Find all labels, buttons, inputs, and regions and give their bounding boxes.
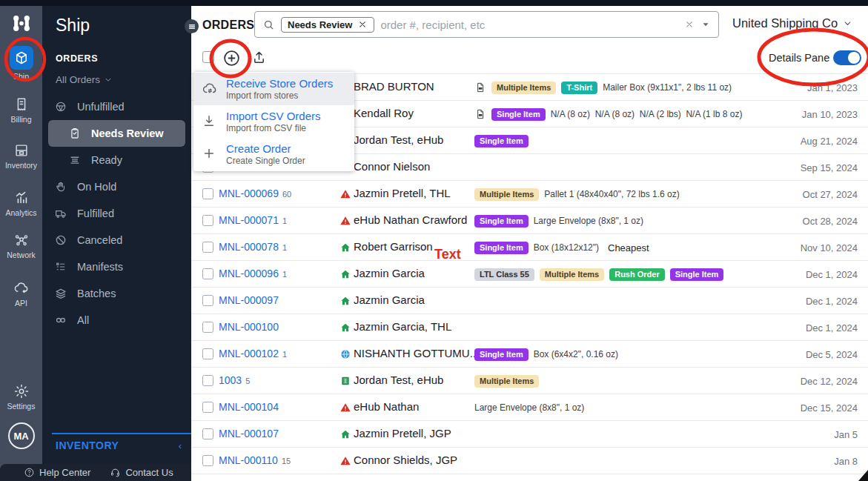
menu-item-import-csv-orders[interactable]: Import CSV OrdersImport from CSV file	[193, 105, 354, 138]
order-link[interactable]: MNL-000102	[219, 348, 279, 359]
orders-section-label: ORDERS	[56, 53, 98, 64]
sidebar-item-canceled[interactable]: Canceled	[42, 227, 191, 253]
menu-item-receive-store-orders[interactable]: Receive Store OrdersImport from stores	[193, 73, 354, 105]
sidebar-item-inventory[interactable]: INVENTORY	[56, 439, 119, 451]
sidebar-item-on-hold[interactable]: On Hold	[42, 173, 191, 200]
row-checkbox[interactable]	[202, 268, 213, 279]
table-row[interactable]: MNL-0000961 Jazmin Garcia LTL Class 55Mu…	[191, 261, 868, 288]
account-switcher[interactable]: United Shipping Co	[732, 16, 852, 30]
sidebar-item-label: Batches	[77, 288, 116, 299]
cloud-sync-icon	[202, 81, 218, 97]
order-link[interactable]: MNL-000110	[219, 454, 278, 466]
table-row[interactable]: MNL-000104 eHub Nathan Large Envelope (8…	[191, 394, 868, 421]
item-count: 5	[245, 376, 250, 385]
details-pane-label: Details Pane	[769, 52, 829, 64]
inventory-collapse-icon[interactable]: ‹	[179, 440, 182, 451]
table-row[interactable]: MNL-00006960 Jazmin Pretell, THL Multipl…	[191, 181, 868, 208]
recipient-name: Jazmin Garcia	[354, 293, 425, 306]
row-checkbox[interactable]	[202, 428, 213, 439]
question-icon	[24, 467, 35, 478]
rail-item-settings[interactable]: Settings	[0, 383, 42, 411]
table-row[interactable]: MNL-0000711 eHub Nathan Crawford Single …	[191, 208, 868, 234]
row-checkbox[interactable]	[202, 322, 213, 333]
select-all-checkbox[interactable]	[202, 51, 214, 63]
order-link[interactable]: MNL-000078	[219, 241, 279, 253]
rail-item-label: API	[0, 299, 42, 308]
rail-item-inventory[interactable]: Inventory	[0, 142, 42, 170]
table-row[interactable]: MNL-000107 Jazmin Pretell, JGP Jan 5	[191, 421, 868, 448]
sidebar-item-batches[interactable]: Batches	[42, 280, 191, 307]
order-link[interactable]: 1003	[219, 374, 242, 386]
order-link[interactable]: MNL-000096	[219, 268, 279, 279]
search-filter-chip[interactable]: Needs Review	[281, 17, 374, 33]
row-checkbox[interactable]	[202, 215, 213, 226]
order-link[interactable]: MNL-000097	[219, 294, 279, 306]
left-rail: ShipBillingInventoryAnalyticsNetworkAPIS…	[0, 6, 42, 481]
order-link[interactable]: MNL-000100	[219, 321, 279, 333]
avatar[interactable]: MA	[8, 422, 35, 449]
item-count: 1	[282, 350, 287, 359]
badge-multiple-items: Multiple Items	[491, 82, 556, 94]
order-link[interactable]: MNL-000104	[219, 401, 279, 413]
app-title: Ship	[56, 16, 90, 36]
account-name: United Shipping Co	[732, 16, 838, 30]
search-caret-down-icon[interactable]	[700, 19, 711, 30]
all-orders-filter[interactable]: All Orders	[56, 74, 113, 85]
table-row[interactable]	[191, 474, 868, 481]
table-row[interactable]: MNL-0000781 Robert Garrison Single ItemB…	[191, 234, 868, 261]
order-link[interactable]: MNL-000107	[219, 428, 279, 439]
row-checkbox[interactable]	[202, 348, 213, 359]
export-button[interactable]	[251, 50, 267, 65]
settings-icon	[0, 383, 42, 399]
order-link[interactable]: MNL-000071	[219, 214, 279, 226]
row-checkbox[interactable]	[202, 295, 213, 306]
search-input[interactable]	[380, 19, 678, 31]
row-checkbox[interactable]	[202, 402, 213, 413]
sidebar-item-label: Manifests	[77, 261, 123, 273]
hamburger-icon	[188, 22, 196, 31]
table-row[interactable]: MNL-000100 Jazmin Garcia, THL Dec 1, 202…	[191, 314, 868, 341]
sidebar-item-all[interactable]: All	[42, 307, 191, 334]
sidebar-item-unfulfilled[interactable]: Unfulfilled	[42, 93, 191, 120]
row-checkbox[interactable]	[202, 242, 213, 253]
search-box[interactable]: Needs Review	[254, 11, 719, 38]
contact-us-link[interactable]: Contact Us	[110, 467, 173, 478]
table-row[interactable]: MNL-000097 Jazmin Garcia Dec 1, 2024	[191, 288, 868, 314]
sidebar-item-fulfilled[interactable]: Fulfilled	[42, 200, 191, 227]
network-icon	[0, 232, 42, 248]
rail-item-network[interactable]: Network	[0, 232, 42, 259]
recipient-name: Jordan Test, eHub	[354, 374, 443, 386]
table-row[interactable]: MNL-0001021 NISHANTH GOTTUMU... Single I…	[191, 341, 868, 368]
unfulfilled-icon	[54, 100, 69, 113]
home-icon	[339, 242, 351, 253]
sidebar-item-manifests[interactable]: Manifests	[42, 253, 191, 280]
order-date: Dec 5, 2024	[806, 349, 858, 360]
package-details: Mailer Box (9x11x1", 2 lbs 11 oz)	[603, 82, 732, 93]
canceled-icon	[54, 233, 69, 247]
recipient-name: Connor Shields, JGP	[354, 454, 457, 466]
table-row[interactable]: MNL-00011015 Connor Shields, JGP Jan 8	[191, 448, 868, 474]
sidebar-item-needs-review[interactable]: Needs Review	[48, 120, 185, 147]
sidebar-collapse-button[interactable]	[185, 19, 199, 33]
help-center-link[interactable]: Help Center	[24, 467, 90, 478]
order-link[interactable]: MNL-000069	[219, 188, 279, 199]
table-row[interactable]: 10035 Jordan Test, eHub Multiple Items D…	[191, 368, 868, 394]
chip-remove-icon[interactable]	[357, 19, 368, 30]
toggle-knob	[848, 52, 860, 64]
row-checkbox[interactable]	[202, 455, 213, 466]
order-date: Jan 5	[834, 429, 858, 440]
order-date: Sep 15, 2024	[801, 162, 858, 173]
row-checkbox[interactable]	[202, 375, 213, 386]
rail-item-analytics[interactable]: Analytics	[0, 190, 42, 217]
details-pane-toggle[interactable]	[833, 50, 861, 65]
badge-single-item: Single Item	[491, 108, 546, 121]
sidebar-item-ready[interactable]: Ready	[42, 147, 191, 173]
rail-item-billing[interactable]: Billing	[0, 96, 42, 124]
add-order-button[interactable]	[222, 49, 241, 67]
rail-item-ship[interactable]: Ship	[0, 46, 42, 81]
row-checkbox[interactable]	[202, 188, 213, 199]
menu-item-create-order[interactable]: Create OrderCreate Single Order	[193, 138, 354, 170]
sidebar-item-label: Needs Review	[91, 127, 164, 139]
rail-item-api[interactable]: API	[0, 280, 42, 308]
search-clear-icon[interactable]	[684, 19, 695, 30]
